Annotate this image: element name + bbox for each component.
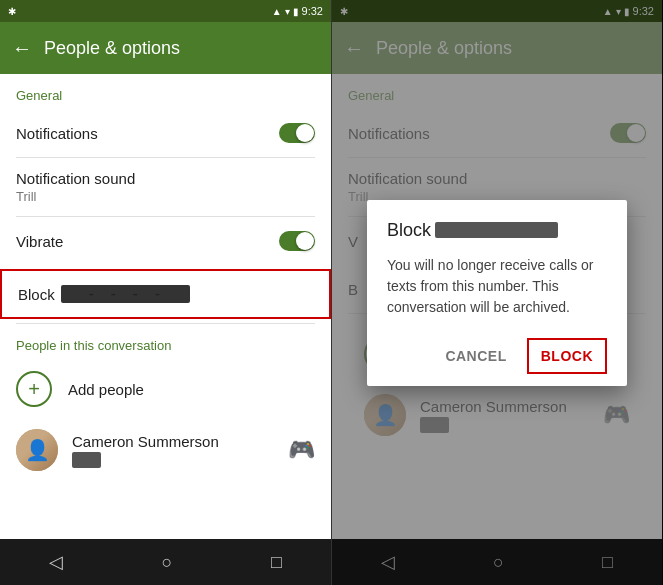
contact-name: Cameron Summerson [72,433,274,450]
notification-sound-value: Trill [16,189,135,204]
add-people-row[interactable]: + Add people [0,359,331,419]
notifications-text: Notifications [16,125,98,142]
back-button-left[interactable]: ← [12,37,32,60]
add-people-label: Add people [68,381,144,398]
people-section-header: People in this conversation [0,324,331,359]
nav-recents-icon-left[interactable]: □ [271,552,282,573]
nav-home-icon-left[interactable]: ○ [162,552,173,573]
app-bar-title-left: People & options [44,38,180,59]
block-dialog: Block - - - - You will no longer receive… [367,200,627,386]
add-people-icon: + [16,371,52,407]
app-bar-left: ← People & options [0,22,331,74]
status-bar-left: ✱ ▲ ▾ ▮ 9:32 [0,0,331,22]
block-label: Block [18,286,55,303]
status-icons-right: ▲ ▾ ▮ 9:32 [272,5,323,17]
right-panel: ✱ ▲ ▾ ▮ 9:32 ← People & options General … [331,0,662,585]
contact-row-cameron[interactable]: Cameron Summerson 🎮 [0,419,331,481]
vibrate-text: Vibrate [16,233,63,250]
notifications-label: Notifications [16,125,98,142]
nav-bar-left: ◁ ○ □ [0,539,331,585]
notifications-toggle[interactable] [279,123,315,143]
nav-back-icon-left[interactable]: ◁ [49,551,63,573]
left-panel: ✱ ▲ ▾ ▮ 9:32 ← People & options General … [0,0,331,585]
notification-sound-text: Notification sound Trill [16,170,135,204]
contact-info: Cameron Summerson [72,433,274,468]
vibrate-row[interactable]: Vibrate [0,217,331,265]
contact-options-icon[interactable]: 🎮 [288,437,315,463]
dialog-title: Block - - - - [387,220,607,241]
battery-icon: ▮ [293,6,299,17]
vibrate-label: Vibrate [16,233,63,250]
dialog-overlay: Block - - - - You will no longer receive… [332,0,662,585]
notifications-row[interactable]: Notifications [0,109,331,157]
dialog-title-prefix: Block [387,220,431,241]
notification-sound-label: Notification sound [16,170,135,187]
bluetooth-icon: ✱ [8,6,16,17]
notification-sound-row[interactable]: Notification sound Trill [0,158,331,216]
wifi-icon: ▾ [285,6,290,17]
block-confirm-button[interactable]: BLOCK [527,338,607,374]
dialog-actions: CANCEL BLOCK [387,338,607,374]
status-time-left: 9:32 [302,5,323,17]
signal-icon: ▲ [272,6,282,17]
avatar-cameron [16,429,58,471]
dialog-title-number: - - - - [435,222,558,238]
blocked-number: - - - - [61,285,190,303]
block-row[interactable]: Block - - - - [0,269,331,319]
contact-number [72,452,101,468]
general-section-header: General [0,74,331,109]
avatar-image [16,429,58,471]
dialog-body: You will no longer receive calls or text… [387,255,607,318]
cancel-button[interactable]: CANCEL [433,338,518,374]
vibrate-toggle[interactable] [279,231,315,251]
status-icons-left: ✱ [8,6,16,17]
content-left: General Notifications Notification sound… [0,74,331,539]
